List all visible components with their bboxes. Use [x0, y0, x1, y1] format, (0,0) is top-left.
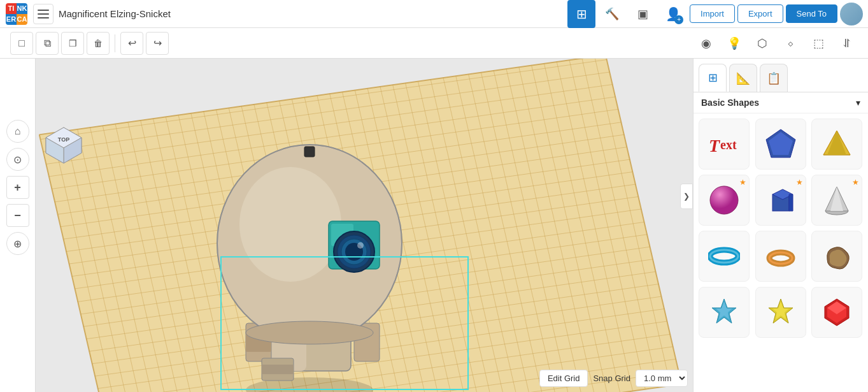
flip-button[interactable]: ⥯	[835, 32, 858, 55]
delete-button[interactable]: 🗑	[87, 32, 110, 55]
duplicate-button[interactable]: ❒	[61, 32, 84, 55]
svg-text:T: T	[709, 136, 721, 156]
shape-pyramid[interactable]	[811, 119, 862, 170]
send-to-button[interactable]: Send To	[786, 4, 837, 23]
perspective-button[interactable]: ⊕	[6, 232, 29, 255]
logo-i: ER	[6, 14, 17, 25]
bottom-bar: Edit Grid Snap Grid 1.0 mm 0.5 mm 2.0 mm…	[539, 370, 688, 387]
logo-n: NK	[17, 3, 27, 14]
view-cube[interactable]: TOP	[41, 122, 87, 168]
ruler-tab-icon: 📐	[736, 71, 750, 85]
camera-button[interactable]: ◉	[695, 32, 718, 55]
header: TI NK ER CA Magnificent Elzing-Snicket ⊞…	[0, 0, 868, 28]
undo-button[interactable]: ↩	[120, 32, 143, 55]
shape-sphere[interactable]: ★	[699, 175, 750, 226]
svg-rect-22	[304, 147, 315, 157]
hammer-icon: 🔨	[605, 7, 619, 21]
shape-text[interactable]: T ext	[699, 119, 750, 170]
import-button[interactable]: Import	[690, 4, 735, 23]
shape-cone[interactable]: ★	[811, 175, 862, 226]
box-icon	[765, 184, 797, 216]
shape-torus-brown[interactable]	[755, 231, 806, 282]
panel-title: Basic Shapes	[701, 98, 759, 108]
sphere-icon	[708, 184, 740, 216]
tab-grid[interactable]: ⊞	[699, 64, 727, 92]
logo: TI NK ER CA	[5, 3, 28, 25]
logo-t: TI	[6, 3, 17, 14]
align-button[interactable]: ⬚	[807, 32, 830, 55]
tab-ruler[interactable]: 📐	[729, 64, 757, 92]
grid-view-button[interactable]: ⊞	[567, 0, 595, 28]
user-add-button[interactable]: 👤 +	[659, 0, 687, 28]
torus-blue-icon	[708, 240, 740, 272]
copy-button[interactable]: ⧉	[36, 32, 59, 55]
redo-button[interactable]: ↪	[146, 32, 169, 55]
shape-blob[interactable]	[811, 231, 862, 282]
zoom-in-icon: +	[14, 181, 21, 194]
home-button[interactable]: ⌂	[6, 120, 29, 143]
svg-rect-12	[262, 365, 294, 374]
toolbar: □ ⧉ ❒ 🗑 ↩ ↪ ◉ 💡 ⬡ ⬦ ⬚ ⥯	[0, 28, 868, 59]
undo-icon: ↩	[128, 37, 136, 49]
left-panel: ⌂ ⊙ + − ⊕	[0, 59, 36, 392]
hamburger-button[interactable]	[33, 4, 53, 24]
shape-pentagon[interactable]	[755, 119, 806, 170]
project-title: Magnificent Elzing-Snicket	[59, 8, 562, 19]
zoom-in-button[interactable]: +	[6, 176, 29, 199]
grid-tab-icon: ⊞	[708, 71, 718, 85]
pyramid-icon	[821, 128, 853, 160]
mirror-icon: ⬦	[787, 36, 794, 50]
export-button[interactable]: Export	[737, 4, 783, 23]
svg-text:TOP: TOP	[58, 136, 69, 143]
duplicate-icon: ❒	[69, 38, 77, 48]
svg-marker-35	[789, 194, 793, 211]
box-star-badge: ★	[796, 178, 803, 187]
avatar[interactable]	[840, 3, 863, 25]
align-icon: ⬚	[813, 36, 824, 50]
svg-point-24	[246, 321, 373, 344]
shape-box[interactable]: ★	[755, 175, 806, 226]
header-right: ⊞ 🔨 ▣ 👤 + Import Export Send To	[567, 0, 863, 28]
panel-collapse-button[interactable]: ❯	[680, 184, 693, 209]
cone-star-badge: ★	[852, 178, 859, 187]
star-yellow-icon	[765, 296, 797, 328]
logo-k: CA	[17, 14, 27, 25]
canvas-area[interactable]: TOP	[36, 59, 693, 392]
toolbar-separator	[115, 34, 115, 52]
shape-ops-button[interactable]: ⬡	[751, 32, 774, 55]
cone-icon	[821, 184, 853, 216]
shape-star-blue[interactable]	[699, 287, 750, 338]
text-shape-icon: T ext	[706, 131, 742, 157]
fit-button[interactable]: ⊙	[6, 148, 29, 171]
notes-tab-icon: 📋	[767, 71, 781, 85]
svg-point-32	[710, 186, 738, 214]
panel-tabs: ⊞ 📐 📋	[694, 59, 868, 92]
mirror-button[interactable]: ⬦	[779, 32, 802, 55]
torus-brown-icon	[765, 240, 797, 272]
shape-gem[interactable]	[811, 287, 862, 338]
edit-grid-button[interactable]: Edit Grid	[539, 370, 588, 387]
shape-star-yellow[interactable]	[755, 287, 806, 338]
tab-notes[interactable]: 📋	[760, 64, 788, 92]
3d-model	[163, 97, 469, 392]
pentagon-icon	[765, 128, 797, 160]
sphere-star-badge: ★	[739, 178, 746, 187]
add-badge: +	[674, 15, 683, 24]
light-icon: 💡	[727, 36, 741, 50]
shapes-grid: T ext ★	[694, 113, 868, 343]
light-button[interactable]: 💡	[723, 32, 746, 55]
build-view-button[interactable]: 🔨	[598, 0, 626, 28]
shape-torus-blue[interactable]	[699, 231, 750, 282]
right-panel: ⊞ 📐 📋 Basic Shapes ▾ T ext	[693, 59, 868, 392]
layers-view-button[interactable]: ▣	[629, 0, 657, 28]
panel-dropdown-button[interactable]: ▾	[853, 98, 860, 108]
blob-icon	[821, 240, 853, 272]
snap-grid-select[interactable]: 1.0 mm 0.5 mm 2.0 mm 5.0 mm	[636, 370, 688, 387]
gem-icon	[821, 296, 853, 328]
new-button[interactable]: □	[10, 32, 33, 55]
grid-icon: ⊞	[576, 6, 587, 22]
toolbar-right: ◉ 💡 ⬡ ⬦ ⬚ ⥯	[695, 32, 858, 55]
svg-point-21	[357, 242, 364, 249]
zoom-out-button[interactable]: −	[6, 204, 29, 227]
home-icon: ⌂	[15, 126, 21, 137]
